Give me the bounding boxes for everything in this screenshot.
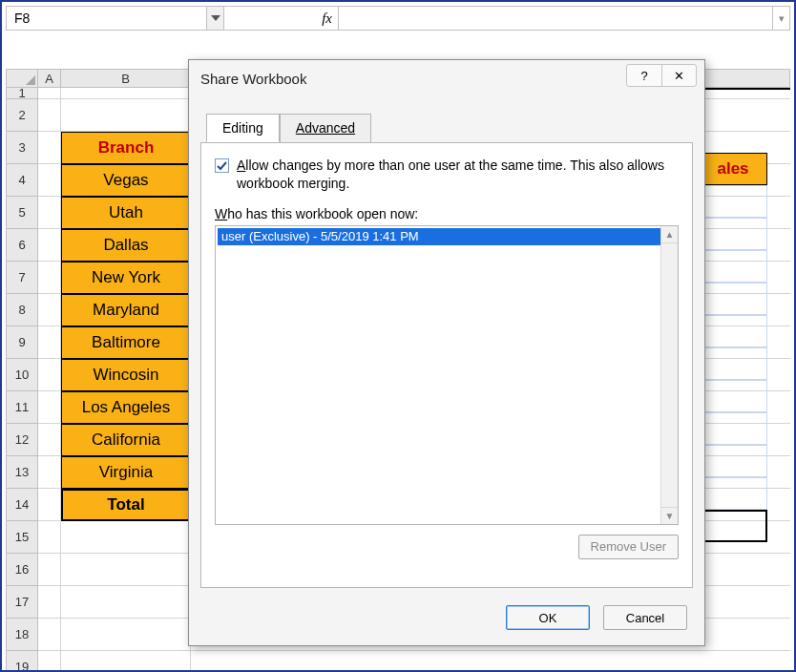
row-header[interactable]: 5 bbox=[6, 197, 38, 229]
ok-button[interactable]: OK bbox=[506, 605, 590, 630]
column-header-B[interactable]: B bbox=[61, 69, 191, 88]
cell[interactable] bbox=[61, 99, 191, 132]
row-header[interactable]: 17 bbox=[6, 586, 38, 619]
cell[interactable] bbox=[38, 229, 61, 262]
check-icon bbox=[216, 159, 228, 172]
users-listbox[interactable]: user (Exclusive) - 5/5/2019 1:41 PM ▲ ▼ bbox=[215, 225, 679, 525]
cell[interactable] bbox=[38, 164, 61, 197]
row-header[interactable]: 3 bbox=[6, 132, 38, 164]
row-header[interactable]: 18 bbox=[6, 619, 38, 651]
close-button[interactable]: ✕ bbox=[661, 65, 696, 86]
cell[interactable] bbox=[61, 651, 191, 672]
name-box[interactable]: F8 bbox=[7, 7, 207, 30]
cell[interactable] bbox=[38, 651, 61, 672]
branch-cell[interactable]: Wincosin bbox=[61, 359, 191, 391]
row-header[interactable]: 9 bbox=[6, 326, 38, 359]
cell[interactable] bbox=[699, 283, 767, 315]
row-header[interactable]: 15 bbox=[6, 521, 38, 554]
who-open-label: Who has this workbook open now: bbox=[215, 206, 679, 221]
cell[interactable] bbox=[699, 412, 767, 445]
row-header[interactable]: 2 bbox=[6, 99, 38, 132]
cell[interactable] bbox=[191, 651, 790, 672]
allow-changes-checkbox[interactable] bbox=[215, 158, 229, 173]
cell[interactable] bbox=[38, 619, 61, 651]
formula-bar-expand[interactable]: ▾ bbox=[772, 7, 789, 30]
cell[interactable] bbox=[699, 510, 767, 542]
row-header[interactable]: 8 bbox=[6, 294, 38, 326]
select-all-triangle[interactable] bbox=[6, 69, 38, 88]
row-header[interactable]: 19 bbox=[6, 651, 38, 672]
cell[interactable] bbox=[699, 250, 767, 283]
row-header[interactable]: 14 bbox=[6, 489, 38, 521]
cell[interactable] bbox=[61, 88, 191, 99]
name-box-dropdown[interactable] bbox=[207, 7, 224, 30]
total-cell[interactable]: Total bbox=[61, 489, 191, 521]
cell[interactable] bbox=[699, 347, 767, 380]
cell[interactable] bbox=[38, 359, 61, 391]
branch-cell[interactable]: Dallas bbox=[61, 229, 191, 262]
branch-cell[interactable]: Vegas bbox=[61, 164, 191, 197]
cell[interactable] bbox=[61, 619, 191, 651]
branch-cell[interactable]: Utah bbox=[61, 197, 191, 229]
formula-input[interactable] bbox=[339, 7, 772, 30]
cell[interactable] bbox=[699, 445, 767, 477]
row-header[interactable]: 7 bbox=[6, 262, 38, 294]
column-header-A[interactable]: A bbox=[38, 69, 61, 88]
cancel-button[interactable]: Cancel bbox=[603, 605, 687, 630]
cell[interactable] bbox=[699, 380, 767, 412]
tab-body-editing: Allow changes by more than one user at t… bbox=[200, 142, 693, 588]
cell[interactable] bbox=[38, 456, 61, 489]
row-header[interactable]: 4 bbox=[6, 164, 38, 197]
row-header[interactable]: 11 bbox=[6, 391, 38, 424]
remove-user-button: Remove User bbox=[578, 535, 679, 559]
help-button[interactable]: ? bbox=[627, 65, 661, 86]
cell[interactable] bbox=[699, 315, 767, 347]
cell[interactable] bbox=[38, 521, 61, 554]
cell[interactable] bbox=[61, 554, 191, 586]
cell[interactable] bbox=[699, 218, 767, 250]
question-icon: ? bbox=[640, 69, 647, 83]
row-header[interactable]: 16 bbox=[6, 554, 38, 586]
tab-advanced[interactable]: Advanced bbox=[280, 114, 371, 142]
chevron-down-icon bbox=[211, 15, 220, 21]
close-icon: ✕ bbox=[674, 69, 684, 83]
cell[interactable] bbox=[38, 132, 61, 164]
cell[interactable] bbox=[38, 88, 61, 99]
scroll-down-icon[interactable]: ▼ bbox=[661, 507, 678, 524]
cell[interactable] bbox=[38, 99, 61, 132]
branch-cell[interactable]: Virginia bbox=[61, 456, 191, 489]
row-header[interactable]: 1 bbox=[6, 88, 38, 99]
cell[interactable] bbox=[38, 294, 61, 326]
branch-cell[interactable]: Maryland bbox=[61, 294, 191, 326]
cell[interactable] bbox=[38, 586, 61, 619]
branch-header-cell[interactable]: Branch bbox=[61, 132, 191, 164]
cell[interactable] bbox=[38, 424, 61, 456]
cell[interactable] bbox=[699, 185, 767, 218]
row-header[interactable]: 10 bbox=[6, 359, 38, 391]
cell[interactable] bbox=[38, 489, 61, 521]
cell[interactable] bbox=[38, 554, 61, 586]
cell[interactable] bbox=[38, 391, 61, 424]
branch-cell[interactable]: Baltimore bbox=[61, 326, 191, 359]
sales-header-cell[interactable]: ales bbox=[699, 153, 767, 185]
cell[interactable] bbox=[699, 477, 767, 510]
row-header[interactable]: 12 bbox=[6, 424, 38, 456]
user-list-item[interactable]: user (Exclusive) - 5/5/2019 1:41 PM bbox=[218, 228, 660, 245]
row-header[interactable]: 13 bbox=[6, 456, 38, 489]
chevron-down-icon: ▾ bbox=[779, 12, 785, 25]
right-column-peek: ales bbox=[699, 88, 767, 542]
branch-cell[interactable]: Los Angeles bbox=[61, 391, 191, 424]
branch-cell[interactable]: California bbox=[61, 424, 191, 456]
cell[interactable] bbox=[61, 586, 191, 619]
row-header[interactable]: 6 bbox=[6, 229, 38, 262]
branch-cell[interactable]: New York bbox=[61, 262, 191, 294]
fx-icon: fx bbox=[322, 10, 332, 27]
cell[interactable] bbox=[38, 262, 61, 294]
cell[interactable] bbox=[38, 197, 61, 229]
scrollbar[interactable]: ▲ ▼ bbox=[660, 226, 678, 524]
cell[interactable] bbox=[61, 521, 191, 554]
insert-function-button[interactable]: fx bbox=[224, 7, 339, 30]
tab-editing[interactable]: Editing bbox=[206, 114, 280, 142]
scroll-up-icon[interactable]: ▲ bbox=[661, 226, 678, 243]
cell[interactable] bbox=[38, 326, 61, 359]
